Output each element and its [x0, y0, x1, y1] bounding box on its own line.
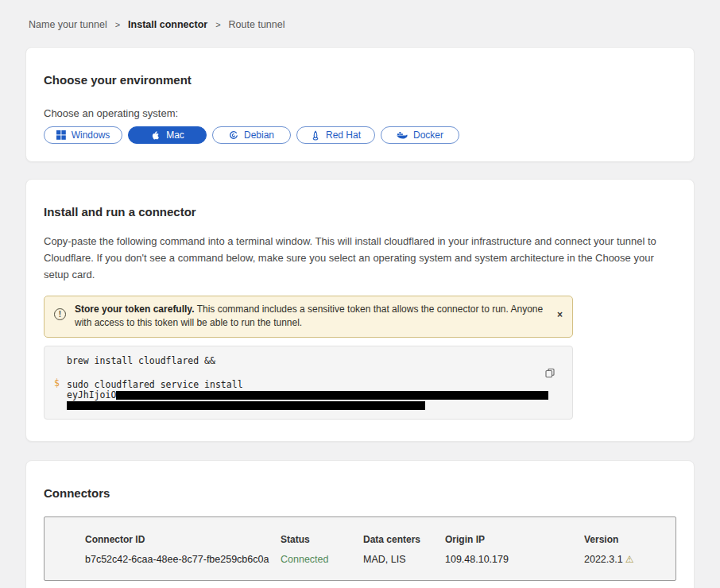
breadcrumb-separator: >: [115, 20, 120, 29]
col-data-centers: Data centers: [363, 534, 445, 545]
os-button-label: Debian: [244, 130, 274, 141]
status-badge: Connected: [281, 554, 363, 565]
docker-logo-icon: [397, 131, 408, 140]
token-warning-banner: ! Store your token carefully. This comma…: [44, 296, 573, 338]
install-card: Install and run a connector Copy-paste t…: [25, 179, 695, 442]
connectors-card: Connectors Connector ID Status Data cent…: [25, 460, 695, 588]
connectors-card-title: Connectors: [44, 478, 676, 500]
os-button-label: Docker: [413, 130, 443, 141]
breadcrumb-step-route-tunnel[interactable]: Route tunnel: [229, 19, 285, 30]
connectors-table-header: Connector ID Status Data centers Origin …: [85, 534, 675, 545]
col-connector-id: Connector ID: [85, 534, 281, 545]
alert-circle-icon: !: [54, 308, 66, 320]
copy-icon[interactable]: [545, 368, 555, 381]
origin-ip-value: 109.48.10.179: [445, 554, 584, 565]
debian-logo-icon: [229, 130, 238, 140]
token-redaction-bar: [67, 401, 425, 410]
os-button-windows[interactable]: Windows: [44, 126, 122, 144]
version-warning-icon: ⚠: [625, 554, 634, 565]
os-button-debian[interactable]: Debian: [212, 126, 291, 144]
token-redaction-bar: [116, 391, 548, 400]
connector-id-value: b7c52c42-6caa-48ee-8c77-fbe259cb6c0a: [85, 554, 281, 565]
os-button-redhat[interactable]: Red Hat: [296, 126, 375, 144]
token-warning-text: Store your token carefully. This command…: [75, 303, 551, 330]
close-icon[interactable]: ×: [557, 310, 563, 319]
environment-card-title: Choose your environment: [44, 65, 676, 87]
token-prefix: eyJhIjoiO: [67, 389, 116, 400]
page: Name your tunnel > Install connector > R…: [0, 0, 720, 588]
col-origin-ip: Origin IP: [445, 534, 584, 545]
install-card-title: Install and run a connector: [44, 197, 676, 219]
apple-logo-icon: [150, 130, 161, 141]
command-line-1: brew install cloudflared &&: [67, 356, 540, 366]
breadcrumb-separator: >: [215, 20, 220, 29]
version-value: 2022.3.1⚠: [584, 554, 675, 565]
breadcrumb: Name your tunnel > Install connector > R…: [25, 0, 695, 30]
install-description: Copy-paste the following command into a …: [44, 233, 675, 283]
command-line-2: sudo cloudflared service install: [67, 380, 540, 390]
breadcrumb-step-name-your-tunnel[interactable]: Name your tunnel: [29, 19, 107, 30]
os-button-group: Windows Mac Debian Red Hat: [44, 126, 676, 144]
data-centers-value: MAD, LIS: [363, 554, 445, 565]
os-button-docker[interactable]: Docker: [381, 126, 459, 144]
token-warning-title: Store your token carefully.: [75, 304, 195, 315]
connectors-table: Connector ID Status Data centers Origin …: [44, 516, 676, 581]
breadcrumb-step-install-connector[interactable]: Install connector: [128, 19, 207, 30]
os-button-mac[interactable]: Mac: [128, 126, 207, 144]
os-button-label: Mac: [166, 130, 184, 141]
table-row: b7c52c42-6caa-48ee-8c77-fbe259cb6c0a Con…: [85, 554, 675, 565]
os-button-label: Red Hat: [326, 130, 361, 141]
os-button-label: Windows: [72, 130, 110, 141]
token-line: eyJhIjoiO: [67, 390, 540, 400]
col-version: Version: [584, 534, 675, 545]
install-command-codeblock: $ brew install cloudflared && sudo cloud…: [44, 346, 573, 420]
redhat-logo-icon: [311, 130, 320, 141]
shell-prompt: $: [54, 377, 60, 389]
windows-logo-icon: [56, 130, 66, 140]
token-line-2: [67, 400, 540, 411]
environment-card: Choose your environment Choose an operat…: [25, 47, 695, 162]
os-select-label: Choose an operating system:: [44, 107, 676, 119]
col-status: Status: [281, 534, 363, 545]
